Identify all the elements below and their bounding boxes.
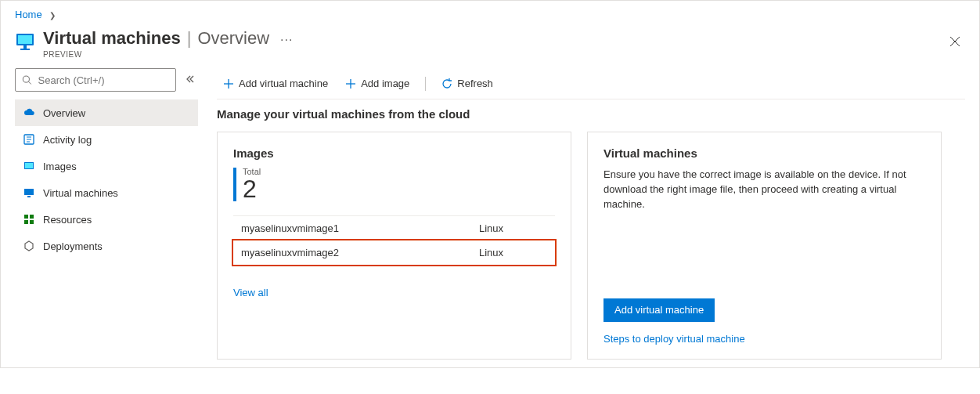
svg-rect-15 xyxy=(27,196,31,197)
card-description: Ensure you have the correct image is ava… xyxy=(603,168,925,212)
toolbar: Add virtual machine Add image Refresh xyxy=(217,68,965,99)
svg-rect-19 xyxy=(30,220,34,224)
sidebar: Overview Activity log Images xyxy=(15,68,198,360)
resources-icon xyxy=(23,213,35,226)
tool-label: Add image xyxy=(361,78,409,89)
svg-rect-1 xyxy=(18,35,32,44)
svg-rect-16 xyxy=(24,215,28,219)
refresh-button[interactable]: Refresh xyxy=(435,68,499,99)
sidebar-item-label: Overview xyxy=(43,107,85,119)
svg-rect-13 xyxy=(25,163,33,168)
image-name: myaselinuxvmimage1 xyxy=(233,216,471,241)
sidebar-item-virtual-machines[interactable]: Virtual machines xyxy=(15,179,198,206)
deployments-icon xyxy=(23,240,35,252)
refresh-icon xyxy=(441,78,452,89)
close-icon xyxy=(949,36,960,47)
accent-bar xyxy=(233,168,236,201)
sidebar-item-label: Deployments xyxy=(43,240,103,252)
sidebar-item-label: Resources xyxy=(43,214,92,226)
card-title: Images xyxy=(233,146,555,160)
image-os: Linux xyxy=(471,240,555,265)
virtual-machines-card: Virtual machines Ensure you have the cor… xyxy=(587,132,942,360)
chevron-double-left-icon xyxy=(186,74,195,84)
cloud-icon xyxy=(23,107,35,119)
svg-rect-18 xyxy=(24,220,28,224)
images-icon xyxy=(23,160,35,172)
svg-rect-3 xyxy=(20,49,30,50)
image-os: Linux xyxy=(471,216,555,241)
search-input[interactable] xyxy=(37,74,169,87)
sidebar-item-overview[interactable]: Overview xyxy=(15,99,198,126)
activity-log-icon xyxy=(23,133,35,146)
sidebar-item-label: Images xyxy=(43,161,77,172)
card-title: Virtual machines xyxy=(603,146,925,160)
add-image-button[interactable]: Add image xyxy=(339,68,416,99)
total-value: 2 xyxy=(243,176,261,201)
steps-link[interactable]: Steps to deploy virtual machine xyxy=(603,333,925,345)
search-icon xyxy=(22,74,32,85)
table-row[interactable]: myaselinuxvmimage2 Linux xyxy=(233,240,555,265)
svg-rect-2 xyxy=(23,45,27,49)
sidebar-item-deployments[interactable]: Deployments xyxy=(15,233,198,259)
collapse-sidebar-button[interactable] xyxy=(182,71,198,89)
plus-icon xyxy=(223,78,234,89)
tool-label: Add virtual machine xyxy=(239,78,328,89)
images-card: Images Total 2 myaselinuxvmimage1 Linux xyxy=(217,132,571,360)
sidebar-item-images[interactable]: Images xyxy=(15,153,198,179)
page-section: Overview xyxy=(197,28,269,49)
add-virtual-machine-primary-button[interactable]: Add virtual machine xyxy=(603,298,715,322)
table-row[interactable]: myaselinuxvmimage1 Linux xyxy=(233,216,555,241)
breadcrumb: Home ❯ xyxy=(1,1,979,25)
close-button[interactable] xyxy=(945,31,965,52)
monitor-icon xyxy=(23,186,35,199)
svg-rect-17 xyxy=(30,215,34,219)
virtual-machine-icon xyxy=(15,31,35,52)
title-divider: | xyxy=(187,28,192,49)
svg-line-7 xyxy=(29,81,31,84)
page-title: Virtual machines xyxy=(43,28,181,49)
add-virtual-machine-button[interactable]: Add virtual machine xyxy=(217,68,334,99)
sidebar-item-resources[interactable]: Resources xyxy=(15,206,198,233)
image-name: myaselinuxvmimage2 xyxy=(233,240,471,265)
sidebar-item-label: Activity log xyxy=(43,134,92,146)
tool-label: Refresh xyxy=(457,78,493,89)
view-all-link[interactable]: View all xyxy=(233,287,555,298)
sidebar-item-activity-log[interactable]: Activity log xyxy=(15,126,198,153)
search-input-wrap[interactable] xyxy=(15,68,176,92)
svg-point-6 xyxy=(23,76,29,82)
chevron-right-icon: ❯ xyxy=(49,11,56,20)
preview-badge: PREVIEW xyxy=(43,50,945,59)
main-heading: Manage your virtual machines from the cl… xyxy=(217,107,942,121)
svg-rect-14 xyxy=(24,189,34,195)
more-button[interactable]: ··· xyxy=(280,33,293,47)
plus-icon xyxy=(345,78,356,89)
breadcrumb-home[interactable]: Home xyxy=(15,9,42,20)
toolbar-separator xyxy=(425,77,426,91)
sidebar-item-label: Virtual machines xyxy=(43,187,118,199)
